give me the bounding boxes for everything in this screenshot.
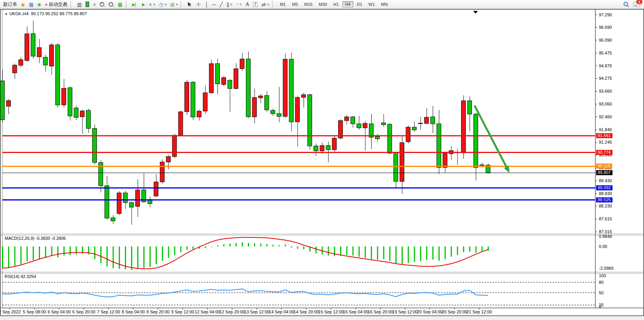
candle-body (394, 153, 398, 181)
candle-body (93, 128, 97, 162)
candle-body (431, 117, 435, 124)
candle-body (197, 111, 201, 117)
candle-body (37, 47, 41, 57)
candle-body (363, 123, 367, 128)
candle-body (289, 59, 293, 122)
candle-body (166, 156, 170, 162)
candle-body (252, 97, 256, 117)
candle-body (283, 59, 287, 116)
candle-body (480, 165, 484, 165)
candle-body (418, 123, 423, 124)
candle-body (49, 45, 54, 66)
candle-body (111, 218, 115, 221)
candle-body (320, 146, 324, 151)
price-tag-89.092[interactable]: 89.092 (596, 185, 612, 190)
candle-body (332, 138, 337, 150)
price-tag-88.525[interactable]: 88.525 (596, 197, 612, 202)
candle-body (375, 137, 379, 139)
candle-body (191, 82, 195, 117)
candle-body (258, 96, 263, 98)
candle-body (221, 77, 226, 84)
candle-body (0, 81, 5, 120)
candle-body (234, 69, 238, 88)
candle-body (357, 124, 361, 128)
price-tag-91.561[interactable]: 91.561 (596, 133, 612, 138)
candle-body (295, 97, 300, 122)
candle-body (43, 57, 47, 65)
candle-body (185, 82, 189, 112)
candle-body (19, 60, 23, 65)
candle-body (209, 63, 214, 93)
candle-body (154, 182, 158, 196)
candle-body (203, 93, 207, 111)
candle-body (388, 124, 392, 153)
candle-body (117, 193, 121, 213)
shift-marker-icon (473, 11, 478, 14)
candle-body (462, 101, 466, 153)
status-strip (0, 316, 644, 320)
candle-body (467, 101, 472, 114)
candle-body (68, 88, 72, 116)
candle-body (265, 95, 269, 110)
macd-signal-line (2, 237, 488, 269)
candles-group (0, 21, 490, 225)
price-tag-89.807[interactable]: 89.807 (596, 170, 612, 175)
candle-body (6, 100, 11, 106)
candle-body (443, 153, 447, 167)
candle-body (12, 65, 17, 73)
candle-body (474, 114, 478, 167)
candle-body (400, 142, 404, 181)
candle-body (302, 95, 306, 97)
candle-body (74, 108, 78, 117)
candle-body (160, 162, 164, 182)
candle-body (172, 135, 177, 156)
mt4-application: 新订单 ◆ ▦ ◉ ● 自动交易 ▥ ≈ + − ▦ ▶▏ ▶ + ▾ ◷ ▾ (0, 0, 644, 320)
candle-body (277, 114, 281, 116)
candle-body (25, 34, 29, 60)
candle-body (86, 110, 91, 128)
candle-body (129, 202, 133, 207)
candle-body (105, 186, 109, 218)
price-tag-90.774[interactable]: 90.774 (596, 150, 612, 155)
candle-body (31, 33, 35, 56)
candle-body (314, 146, 318, 151)
price-tag-90.116[interactable]: 90.116 (596, 164, 612, 169)
price-chart-canvas[interactable] (0, 0, 644, 320)
candle-body (381, 123, 386, 125)
candle-body (240, 59, 244, 69)
candle-body (351, 117, 355, 124)
candle-body (216, 63, 220, 84)
candle-body (425, 117, 429, 123)
candle-body (228, 80, 232, 88)
candle-body (56, 45, 60, 105)
candle-body (437, 124, 441, 167)
candle-body (406, 127, 410, 142)
candle-body (123, 193, 128, 202)
candle-body (412, 127, 416, 130)
candle-body (246, 59, 251, 117)
candle-body (80, 111, 84, 117)
candle-body (308, 95, 312, 146)
candle-body (135, 190, 140, 206)
candle-body (62, 88, 66, 105)
candle-body (271, 110, 275, 114)
candle-body (344, 117, 349, 121)
candle-body (179, 112, 183, 135)
candle-body (326, 146, 330, 150)
